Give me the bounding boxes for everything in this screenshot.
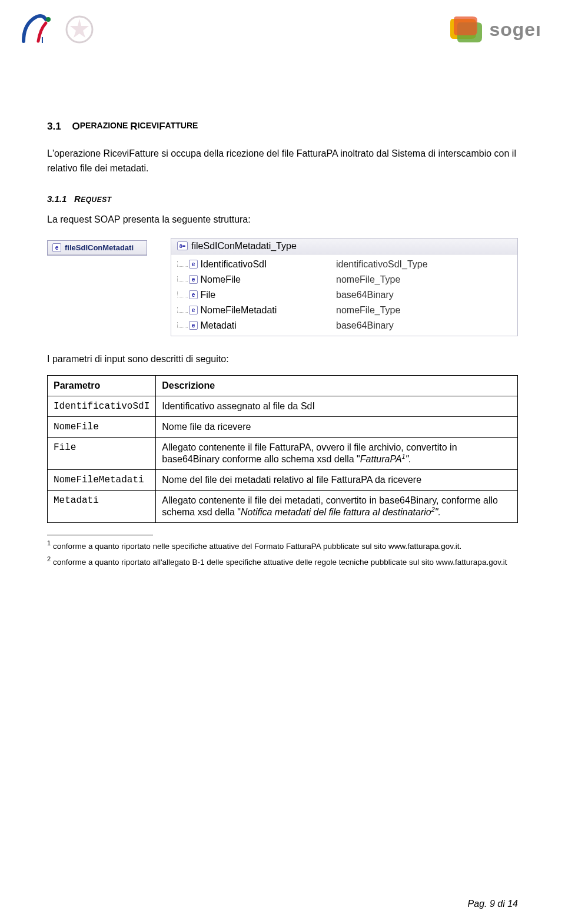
- logo-sdi: I: [18, 9, 97, 50]
- schema-root-label: fileSdIConMetadati: [65, 243, 134, 252]
- element-badge-icon: e: [189, 275, 198, 284]
- table-header-param: Parametro: [48, 375, 156, 396]
- table-row: Metadati Allegato contenente il file dei…: [48, 490, 518, 522]
- request-intro: La request SOAP presenta la seguente str…: [47, 214, 518, 225]
- schema-field-row: e IdentificativoSdI identificativoSdI_Ty…: [171, 257, 517, 272]
- svg-point-0: [46, 17, 51, 22]
- element-badge-icon: e: [189, 260, 198, 269]
- param-name: NomeFile: [48, 416, 156, 437]
- table-header-desc: Descrizione: [156, 375, 518, 396]
- schema-field-row: e NomeFile nomeFile_Type: [171, 272, 517, 287]
- schema-field-name: IdentificativoSdI: [200, 259, 267, 270]
- table-row: NomeFile Nome file da ricevere: [48, 416, 518, 437]
- logo-sogei: sogeı: [448, 14, 541, 45]
- table-row: IdentificativoSdI Identificativo assegna…: [48, 396, 518, 416]
- schema-field-type: base64Binary: [336, 290, 511, 300]
- schema-field-name: NomeFileMetadati: [200, 305, 277, 316]
- element-badge-icon: e: [189, 321, 198, 330]
- sogei-wordmark: sogeı: [489, 19, 541, 41]
- footnote-2: 2 conforme a quanto riportato all'allega…: [47, 555, 518, 568]
- page-header: I sogeı: [0, 0, 565, 59]
- schema-type-name: fileSdIConMetadati_Type: [191, 241, 297, 251]
- schema-fields: e IdentificativoSdI identificativoSdI_Ty…: [171, 254, 518, 336]
- element-badge-icon: e: [52, 243, 61, 252]
- schema-field-row: e Metadati base64Binary: [171, 318, 517, 333]
- param-desc: Identificativo assegnato al file da SdI: [156, 396, 518, 416]
- schema-field-row: e File base64Binary: [171, 287, 517, 303]
- schema-field-name: File: [200, 290, 215, 300]
- footnote-separator: [47, 535, 153, 535]
- schema-field-row: e NomeFileMetadati nomeFile_Type: [171, 303, 517, 318]
- param-desc: Allegato contenente il file FatturaPA, o…: [156, 437, 518, 469]
- page-number: Pag. 9 di 14: [468, 899, 518, 909]
- sdi-logo-icon: I: [18, 9, 59, 50]
- parameters-table: Parametro Descrizione IdentificativoSdI …: [47, 375, 518, 524]
- param-desc: Nome del file dei metadati relativo al f…: [156, 469, 518, 490]
- element-badge-icon: e: [189, 306, 198, 314]
- schema-field-name: NomeFile: [200, 274, 240, 285]
- param-desc: Nome file da ricevere: [156, 416, 518, 437]
- schema-root-node: e fileSdIConMetadati: [48, 241, 147, 255]
- section-heading: 3.1 OPERAZIONE RICEVIFATTURE: [47, 121, 518, 133]
- params-intro: I parametri di input sono descritti di s…: [47, 354, 518, 365]
- type-badge-icon: 8=: [177, 241, 188, 250]
- footnote-1: 1 conforme a quanto riportato nelle spec…: [47, 539, 518, 552]
- table-row: NomeFileMetadati Nome del file dei metad…: [48, 469, 518, 490]
- param-name: NomeFileMetadati: [48, 469, 156, 490]
- section-title: OPERAZIONE RICEVIFATTURE: [72, 121, 198, 132]
- subsection-title: REQUEST: [74, 194, 112, 204]
- element-badge-icon: e: [189, 290, 198, 299]
- schema-type-header: 8= fileSdIConMetadati_Type: [171, 238, 518, 254]
- schema-field-type: nomeFile_Type: [336, 305, 511, 316]
- table-row: File Allegato contenente il file Fattura…: [48, 437, 518, 469]
- param-name: File: [48, 437, 156, 469]
- intro-paragraph: L'operazione RiceviFatture si occupa del…: [47, 147, 518, 176]
- emblem-icon: [62, 12, 97, 47]
- param-name: IdentificativoSdI: [48, 396, 156, 416]
- svg-text:I: I: [41, 35, 44, 45]
- schema-field-type: identificativoSdI_Type: [336, 259, 511, 270]
- subsection-number: 3.1.1: [47, 194, 67, 204]
- schema-diagram: e fileSdIConMetadati 8= fileSdIConMetada…: [47, 238, 518, 336]
- subsection-heading: 3.1.1 REQUEST: [47, 194, 518, 204]
- param-desc: Allegato contenente il file dei metadati…: [156, 490, 518, 522]
- schema-field-type: base64Binary: [336, 320, 511, 331]
- section-number: 3.1: [47, 121, 61, 132]
- schema-field-type: nomeFile_Type: [336, 274, 511, 285]
- sogei-shape-icon: [448, 14, 483, 45]
- schema-field-name: Metadati: [200, 320, 236, 331]
- param-name: Metadati: [48, 490, 156, 522]
